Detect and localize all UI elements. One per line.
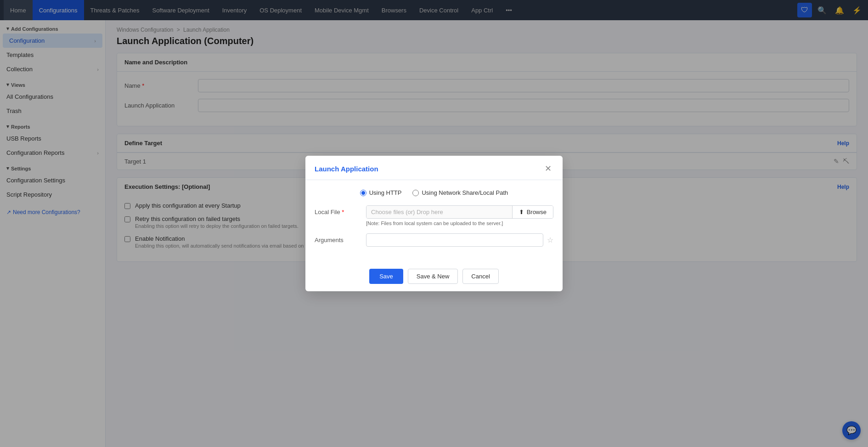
radio-network-share-label[interactable]: Using Network Share/Local Path [412,189,508,196]
save-new-button[interactable]: Save & New [408,269,458,284]
modal-header: Launch Application ✕ [305,156,563,180]
upload-icon: ⬆ [519,209,524,215]
radio-group: Using HTTP Using Network Share/Local Pat… [315,189,553,196]
modal-body: Using HTTP Using Network Share/Local Pat… [305,180,563,263]
save-button[interactable]: Save [369,269,403,284]
browse-button[interactable]: ⬆ Browse [512,206,553,218]
file-placeholder: Choose files (or) Drop here [366,206,512,218]
modal-title: Launch Application [315,165,378,173]
arguments-input[interactable] [366,233,543,247]
local-file-label: Local File * [315,205,361,215]
local-file-form-row: Local File * Choose files (or) Drop here… [315,205,553,226]
modal-close-button[interactable]: ✕ [542,163,553,174]
file-input-group: Choose files (or) Drop here ⬆ Browse [366,205,553,219]
cancel-button[interactable]: Cancel [462,269,498,284]
launch-application-modal: Launch Application ✕ Using HTTP Using Ne… [305,156,563,291]
file-note: [Note: Files from local system can be up… [366,221,553,226]
modal-overlay: Launch Application ✕ Using HTTP Using Ne… [0,0,868,447]
star-icon[interactable]: ☆ [547,236,553,244]
radio-http[interactable] [360,190,366,196]
radio-http-label[interactable]: Using HTTP [360,189,402,196]
modal-footer: Save Save & New Cancel [305,263,563,291]
radio-network-share[interactable] [412,190,419,196]
arguments-label: Arguments [315,233,361,243]
arguments-form-row: Arguments ☆ [315,233,553,247]
